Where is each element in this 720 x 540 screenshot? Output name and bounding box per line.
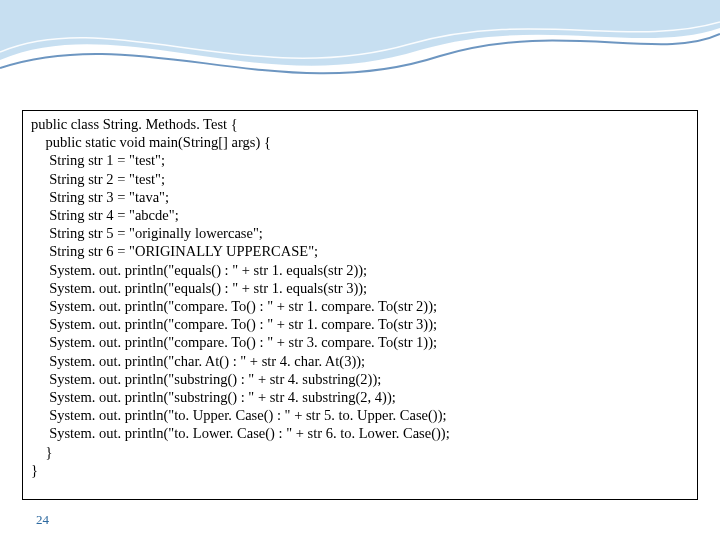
- code-line: String str 4 = "abcde";: [31, 206, 689, 224]
- code-line: public class String. Methods. Test {: [31, 115, 689, 133]
- code-line: String str 6 = "ORIGINALLY UPPERCASE";: [31, 242, 689, 260]
- code-line: String str 1 = "test";: [31, 151, 689, 169]
- code-line: String str 2 = "test";: [31, 170, 689, 188]
- code-line: System. out. println("substring() : " + …: [31, 388, 689, 406]
- code-line: System. out. println("char. At() : " + s…: [31, 352, 689, 370]
- code-line: System. out. println("equals() : " + str…: [31, 279, 689, 297]
- page-number: 24: [36, 512, 49, 528]
- code-box: public class String. Methods. Test { pub…: [22, 110, 698, 500]
- decorative-wave: [0, 0, 720, 100]
- code-line: System. out. println("equals() : " + str…: [31, 261, 689, 279]
- code-line: System. out. println("to. Lower. Case() …: [31, 424, 689, 442]
- code-line: String str 5 = "originally lowercase";: [31, 224, 689, 242]
- code-line: System. out. println("compare. To() : " …: [31, 315, 689, 333]
- code-line: }: [31, 461, 689, 479]
- code-line: System. out. println("to. Upper. Case() …: [31, 406, 689, 424]
- code-line: System. out. println("compare. To() : " …: [31, 333, 689, 351]
- code-line: System. out. println("compare. To() : " …: [31, 297, 689, 315]
- code-line: System. out. println("substring() : " + …: [31, 370, 689, 388]
- code-line: public static void main(String[] args) {: [31, 133, 689, 151]
- code-line: String str 3 = "tava";: [31, 188, 689, 206]
- code-line: }: [31, 443, 689, 461]
